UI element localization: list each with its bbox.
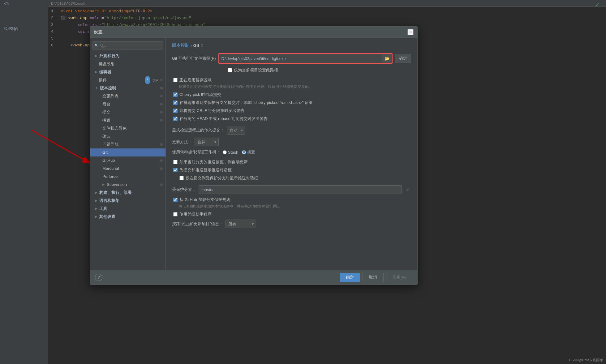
warn-crlf-checkbox[interactable]: [173, 109, 178, 113]
sidebar-item-file-status-color[interactable]: 文件状态颜色: [90, 124, 165, 132]
cancel-button[interactable]: 取消: [363, 273, 384, 282]
sidebar-item-perforce[interactable]: Perforce: [90, 173, 165, 181]
chevron-right-icon: ▶: [95, 52, 97, 60]
sidebar-item-tools[interactable]: ▶ 工具: [90, 205, 165, 213]
show-push-dialog-row: 为提交和推送显示推送对话框: [173, 167, 411, 173]
settings-gear-icon[interactable]: ⚙: [200, 44, 204, 48]
sidebar-item-git[interactable]: Git: [90, 148, 165, 156]
sidebar-item-build[interactable]: ▶ 构建、执行、部署: [90, 189, 165, 197]
chevron-down-icon: ▼: [95, 84, 98, 92]
only-current-project-label: 仅为当前项目设置此路径: [234, 67, 278, 73]
radio-stash-label: Stash: [228, 150, 238, 155]
sidebar-item-lang-framework[interactable]: ▶ 语言和框架: [90, 197, 165, 205]
show-fetch-label: 显式检查远程上的传入提交：: [172, 127, 224, 133]
code-line-1: 1 <?xml version="1.0" encoding="UTF-8"?>: [51, 8, 603, 15]
plugins-badge: 3: [145, 76, 150, 84]
content-breadcrumb: 版本控制 › Git ⚙: [172, 43, 411, 48]
dialog-body: 🔍 ▶ 外观和行为 键盘映射 ▶ 编辑器 插件 3 文A ⚙ ▼: [90, 38, 417, 270]
sidebar-item-github[interactable]: GitHub ⚙: [90, 156, 165, 165]
use-stash-checkbox[interactable]: [173, 78, 178, 82]
sidebar-item-other-settings[interactable]: ▶ 其他设置: [90, 213, 165, 221]
chevron-right-icon-7: ▶: [95, 213, 97, 221]
radio-shelve[interactable]: [242, 150, 246, 154]
sidebar-item-subversion[interactable]: ▶ Subversion ⚙: [90, 181, 165, 189]
show-push-dialog-checkbox[interactable]: [173, 168, 178, 172]
editor-breadcrumb-bar: D:\A0101\A01\01\work: [48, 0, 606, 7]
sidebar-item-issue-nav[interactable]: 问题导航 ⚙: [90, 140, 165, 148]
radio-stash-row: Stash: [223, 150, 238, 155]
sidebar-item-vcs[interactable]: ▼ 版本控制 ⚙: [90, 84, 165, 92]
load-github-rules-checkbox[interactable]: [173, 198, 178, 202]
sidebar-item-mercurial[interactable]: Mercurial ⚙: [90, 165, 165, 173]
protected-branch-expand-button[interactable]: ⤢: [404, 186, 411, 193]
cherry-pick-suffix-checkbox[interactable]: [173, 101, 178, 105]
clean-op-row: 使用何种操作清理工作树： Stash 搁置: [172, 149, 411, 155]
dialog-close-button[interactable]: ×: [407, 29, 414, 35]
commit-settings-icon: ⚙: [160, 108, 163, 116]
path-browse-button[interactable]: 📂: [382, 54, 392, 63]
search-box: 🔍: [92, 41, 163, 49]
sidebar-item-confirm[interactable]: 确认: [90, 132, 165, 140]
confirm-button[interactable]: 确定: [340, 273, 360, 282]
sidebar-item-plugins[interactable]: 插件 3 文A ⚙: [90, 76, 165, 84]
breadcrumb-separator: ›: [191, 43, 192, 48]
search-icon: 🔍: [94, 44, 99, 48]
git-path-input[interactable]: [219, 54, 392, 63]
cherry-pick-suffix-row: 在挑选推送到受保护分支的提交时，添加 "cherry-picked from <…: [173, 100, 411, 105]
chevron-right-icon-3: ▶: [102, 181, 105, 189]
expand-icon: ⤢: [406, 187, 409, 192]
clean-op-label: 使用何种操作清理工作树：: [172, 149, 220, 155]
only-protected-checkbox[interactable]: [179, 176, 184, 180]
auto-update-checkbox[interactable]: [173, 160, 178, 164]
vcs-settings-icon: ⚙: [160, 84, 163, 92]
path-filter-select[interactable]: 所有 受影响路径 无: [226, 220, 256, 228]
top-checkmark: ✓: [595, 2, 600, 8]
auto-update-label: 如果当前分支的推送被拒，则自动更新: [179, 159, 248, 165]
warn-crlf-label: 即将提交 CRLF 行分隔符时发出警告: [179, 108, 244, 113]
cherry-pick-checkbox[interactable]: [173, 92, 178, 97]
use-credential-helper-row: 使用凭据助手程序: [173, 212, 411, 217]
stash-section: 正在启用暂存区域 这将禁用变更列表支持并删除项目中的所有变更列表。仅适用于非模式…: [172, 77, 411, 122]
only-current-project-checkbox[interactable]: [228, 68, 232, 72]
use-credential-helper-checkbox[interactable]: [173, 212, 178, 216]
protected-branch-input[interactable]: [199, 185, 402, 194]
subversion-settings-icon: ⚙: [160, 181, 163, 189]
update-method-select[interactable]: 合并 变基 FF only: [195, 138, 219, 146]
sidebar-item-editor[interactable]: ▶ 编辑器: [90, 68, 165, 76]
path-filter-row: 按路径过滤"更新项目"信息： 所有 受影响路径 无 ▼: [172, 220, 411, 228]
watermark: CSDN@Cata卡塔丽娜: [569, 358, 603, 362]
code-line-2: 2 ⬛ <web-app xmlns="http://xmlns.jcp.org…: [51, 15, 603, 22]
protected-branch-section: 受保护分支： ⤢ 从 GitHub 加载分支保护规则 将 GitHub 规则添加…: [172, 185, 411, 228]
chevron-right-icon-5: ▶: [95, 197, 97, 205]
breadcrumb-vcs[interactable]: 版本控制: [172, 43, 189, 48]
help-button[interactable]: ?: [95, 274, 102, 281]
sidebar-item-shelves[interactable]: 搁置 ⚙: [90, 116, 165, 124]
protected-branch-row: 受保护分支： ⤢: [172, 185, 411, 194]
warn-detached-label: 在分离的 HEAD 中或 rebase 期间提交时发出警告: [179, 116, 268, 122]
path-filter-label: 按路径过滤"更新项目"信息：: [172, 221, 223, 227]
sidebar-item-commit[interactable]: 提交 ⚙: [90, 108, 165, 116]
sidebar-item-appearance[interactable]: ▶ 外观和行为: [90, 52, 165, 60]
apply-button[interactable]: 应用(A): [386, 273, 412, 282]
sidebar-item-keymap[interactable]: 键盘映射: [90, 60, 165, 68]
cherry-pick-row: Cherry-pick 时自动提交: [173, 92, 411, 97]
git-path-input-wrapper: 📂: [218, 53, 393, 64]
push-options-section: 如果当前分支的推送被拒，则自动更新 为提交和推送显示推送对话框 仅在提交到受保护…: [172, 159, 411, 181]
plugins-settings-icon: ⚙: [160, 76, 163, 84]
plugins-translate-icon: 文A: [153, 76, 158, 84]
use-credential-helper-label: 使用凭据助手程序: [179, 212, 212, 217]
breadcrumb-path: D:\A0101\A01\01\work: [51, 2, 85, 5]
show-fetch-select[interactable]: 自动 手动 禁用: [227, 126, 245, 135]
test-button[interactable]: 确定: [395, 54, 411, 63]
sidebar-item-changelist[interactable]: 变更列表 ⚙: [90, 92, 165, 100]
git-path-label: Git 可执行行文件路径(P): [172, 56, 216, 61]
settings-search-input[interactable]: [92, 41, 163, 49]
radio-stash[interactable]: [223, 150, 227, 154]
chevron-right-icon-6: ▶: [95, 205, 97, 213]
show-fetch-row: 显式检查远程上的传入提交： 自动 手动 禁用 ▼: [172, 126, 411, 135]
sidebar-item-background[interactable]: 后台 ⚙: [90, 100, 165, 108]
use-stash-row: 正在启用暂存区域: [173, 77, 411, 83]
warn-detached-checkbox[interactable]: [173, 117, 178, 121]
github-rules-note: 将 GitHub 规则添加到本地规则中，并在每次 fetch 时进行同步: [179, 204, 411, 209]
show-fetch-select-wrapper: 自动 手动 禁用 ▼: [227, 126, 245, 135]
